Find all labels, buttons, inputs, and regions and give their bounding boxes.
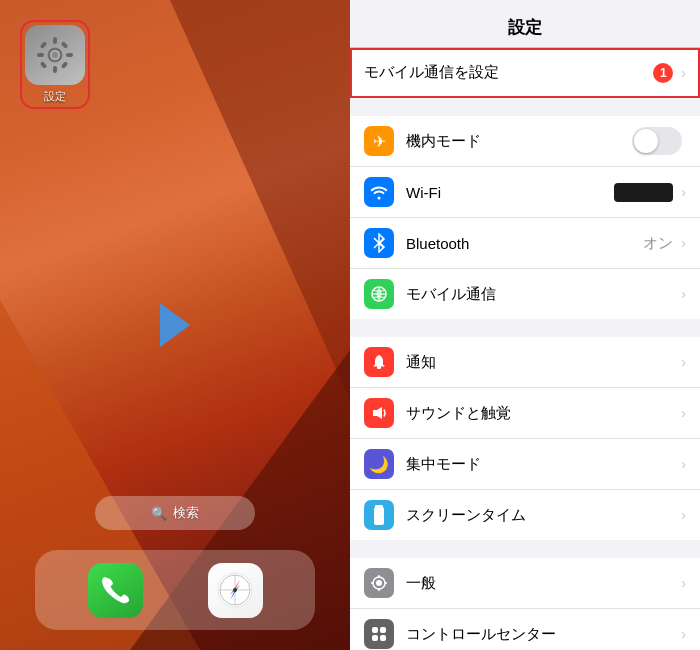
screentime-label: スクリーンタイム (406, 506, 679, 525)
svg-rect-37 (372, 635, 378, 641)
settings-app-label: 設定 (44, 89, 66, 104)
sounds-label: サウンドと触覚 (406, 404, 679, 423)
svg-rect-5 (40, 41, 48, 49)
search-bar[interactable]: 🔍 検索 (95, 496, 255, 530)
wifi-icon (364, 177, 394, 207)
settings-list: モバイル通信を設定 1 › ✈ 機内モード (350, 48, 700, 650)
mobile-data-label: モバイル通信 (406, 285, 679, 304)
svg-rect-1 (53, 37, 57, 44)
focus-icon: 🌙 (364, 449, 394, 479)
dock (35, 550, 315, 630)
connectivity-section: ✈ 機内モード Wi-Fi › (350, 116, 700, 319)
notifications-row[interactable]: 通知 › (350, 337, 700, 388)
screentime-row[interactable]: スクリーンタイム › (350, 490, 700, 540)
svg-rect-33 (371, 582, 374, 584)
sounds-chevron: › (681, 405, 686, 421)
section-divider-2 (350, 319, 700, 337)
screentime-icon (364, 500, 394, 530)
svg-rect-31 (378, 575, 380, 578)
general-chevron: › (681, 575, 686, 591)
notifications-chevron: › (681, 354, 686, 370)
svg-rect-8 (61, 61, 69, 69)
home-screen: 設定 🔍 検索 (0, 0, 350, 650)
wallpaper-shape-right (170, 0, 350, 400)
svg-rect-26 (374, 507, 384, 525)
svg-rect-3 (37, 53, 44, 57)
focus-chevron: › (681, 456, 686, 472)
svg-rect-27 (376, 514, 378, 519)
airplane-icon: ✈ (364, 126, 394, 156)
control-center-chevron: › (681, 626, 686, 642)
svg-rect-2 (53, 66, 57, 73)
bluetooth-icon (364, 228, 394, 258)
settings-panel: 設定 モバイル通信を設定 1 › ✈ 機内モード (350, 0, 700, 650)
control-center-icon (364, 619, 394, 649)
control-center-label: コントロールセンター (406, 625, 679, 644)
toggle-knob (634, 129, 658, 153)
sounds-row[interactable]: サウンドと触覚 › (350, 388, 700, 439)
svg-point-29 (376, 580, 382, 586)
wifi-value (614, 183, 674, 202)
svg-rect-23 (374, 365, 385, 367)
mobile-setup-chevron: › (681, 65, 686, 81)
dock-safari-icon[interactable] (208, 563, 263, 618)
bluetooth-value: オン (643, 234, 673, 253)
dock-phone-icon[interactable] (88, 563, 143, 618)
svg-rect-38 (380, 635, 386, 641)
screentime-chevron: › (681, 507, 686, 523)
general-row[interactable]: 一般 › (350, 558, 700, 609)
bluetooth-label: Bluetooth (406, 235, 643, 252)
settings-app-icon[interactable]: 設定 (20, 20, 90, 109)
arrow-right-shape (160, 303, 190, 347)
settings-header: 設定 (350, 0, 700, 48)
svg-point-10 (52, 52, 58, 58)
general-label: 一般 (406, 574, 679, 593)
svg-rect-6 (61, 41, 69, 49)
mobile-setup-badge: 1 (653, 63, 673, 83)
notifications-label: 通知 (406, 353, 679, 372)
bluetooth-row[interactable]: Bluetooth オン › (350, 218, 700, 269)
svg-point-17 (233, 588, 237, 592)
bluetooth-chevron: › (681, 235, 686, 251)
airplane-row[interactable]: ✈ 機内モード (350, 116, 700, 167)
svg-rect-36 (380, 627, 386, 633)
mobile-setup-label: モバイル通信を設定 (364, 63, 653, 82)
mobile-data-chevron: › (681, 286, 686, 302)
mobile-setup-row[interactable]: モバイル通信を設定 1 › (350, 48, 700, 98)
search-label: 検索 (173, 504, 199, 522)
focus-row[interactable]: 🌙 集中モード › (350, 439, 700, 490)
notifications-icon (364, 347, 394, 377)
mobile-data-icon (364, 279, 394, 309)
svg-rect-32 (378, 588, 380, 591)
settings-icon-graphic (25, 25, 85, 85)
svg-rect-35 (372, 627, 378, 633)
search-icon: 🔍 (151, 506, 167, 521)
mobile-data-row[interactable]: モバイル通信 › (350, 269, 700, 319)
wifi-chevron: › (681, 184, 686, 200)
wifi-label: Wi-Fi (406, 184, 614, 201)
control-center-row[interactable]: コントロールセンター › (350, 609, 700, 650)
arrow-indicator (160, 303, 190, 347)
section-divider-1 (350, 98, 700, 116)
svg-rect-28 (380, 512, 382, 519)
svg-rect-34 (384, 582, 387, 584)
focus-label: 集中モード (406, 455, 679, 474)
system-section: 通知 › サウンドと触覚 › 🌙 集中モード (350, 337, 700, 540)
wifi-row[interactable]: Wi-Fi › (350, 167, 700, 218)
device-section: 一般 › コントロールセンター › (350, 558, 700, 650)
airplane-toggle[interactable] (632, 127, 682, 155)
svg-rect-4 (66, 53, 73, 57)
airplane-label: 機内モード (406, 132, 632, 151)
sounds-icon (364, 398, 394, 428)
general-icon (364, 568, 394, 598)
svg-marker-24 (373, 407, 382, 419)
section-divider-3 (350, 540, 700, 558)
svg-rect-7 (40, 61, 48, 69)
settings-title: 設定 (508, 18, 542, 37)
